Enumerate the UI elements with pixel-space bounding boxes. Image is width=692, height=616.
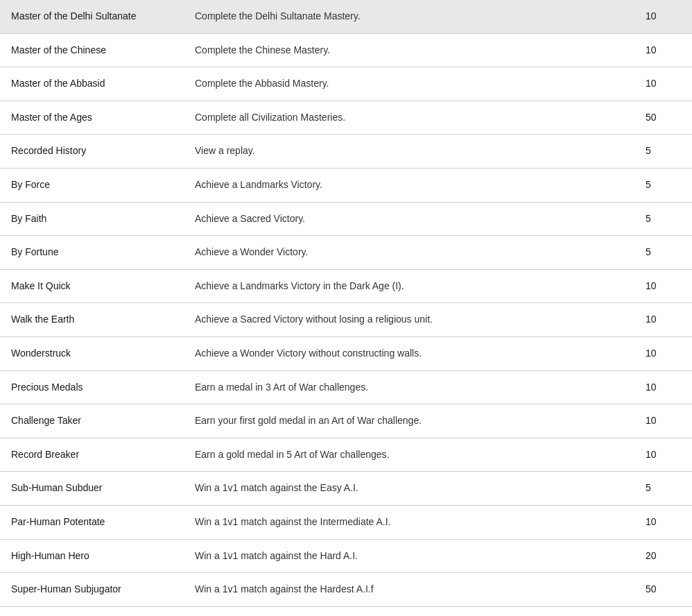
achievement-description: Achieve a Landmarks Victory. (184, 168, 634, 202)
achievement-description: Complete all Civilization Masteries. (184, 101, 634, 135)
achievement-description: Complete the Abbasid Mastery. (184, 67, 634, 101)
table-row: Master of the AbbasidComplete the Abbasi… (0, 67, 692, 101)
table-row: Walk the EarthAchieve a Sacred Victory w… (0, 303, 692, 337)
achievement-points: 5 (634, 202, 692, 236)
achievement-description: Achieve a Sacred Victory. (184, 202, 634, 236)
achievement-points: 10 (634, 303, 692, 337)
achievement-name: By Force (0, 168, 184, 202)
table-row: Sub-Human SubduerWin a 1v1 match against… (0, 472, 692, 506)
table-row: Master of the ChineseComplete the Chines… (0, 33, 692, 67)
achievement-name: Master of the Ages (0, 101, 184, 135)
achievement-name: Recorded History (0, 135, 184, 169)
table-row: High-Human HeroWin a 1v1 match against t… (0, 539, 692, 573)
achievement-name: By Faith (0, 202, 184, 236)
achievement-points: 10 (634, 33, 692, 67)
table-row: Record BreakerEarn a gold medal in 5 Art… (0, 438, 692, 472)
table-row: Make It QuickAchieve a Landmarks Victory… (0, 269, 692, 303)
achievement-points: 10 (634, 269, 692, 303)
achievement-description: Earn a gold medal in 5 Art of War challe… (184, 438, 634, 472)
table-row: Super-Human SubjugatorWin a 1v1 match ag… (0, 573, 692, 607)
achievement-description: Achieve a Wonder Victory. (184, 236, 634, 270)
table-row: Recorded HistoryView a replay.5 (0, 135, 692, 169)
table-row: Master of the Delhi SultanateComplete th… (0, 0, 692, 33)
achievement-description: Earn your first gold medal in an Art of … (184, 404, 634, 438)
achievement-points: 50 (634, 573, 692, 607)
achievements-table-container: Master of the Delhi SultanateComplete th… (0, 0, 692, 616)
achievement-points: 10 (634, 336, 692, 370)
achievement-description: Win a 1v1 match against the Intermediate… (184, 505, 634, 539)
achievement-description: Win a 1v1 match against the Easy A.I. (184, 472, 634, 506)
achievement-description: Earn a medal in 3 Art of War challenges. (184, 370, 634, 404)
achievement-points: 50 (634, 101, 692, 135)
table-row: By FortuneAchieve a Wonder Victory.5 (0, 236, 692, 270)
achievement-name: Master of the Delhi Sultanate (0, 0, 184, 33)
achievement-points: 10 (634, 404, 692, 438)
achievement-points: 10 (634, 67, 692, 101)
achievement-description: Complete the Chinese Mastery. (184, 33, 634, 67)
table-row: Par-Human PotentateWin a 1v1 match again… (0, 505, 692, 539)
achievement-description: Achieve a Sacred Victory without losing … (184, 303, 634, 337)
achievement-description: Complete the Delhi Sultanate Mastery. (184, 0, 634, 33)
achievement-points: 10 (634, 438, 692, 472)
achievement-name: High-Human Hero (0, 539, 184, 573)
achievement-description: Achieve a Landmarks Victory in the Dark … (184, 269, 634, 303)
achievement-name: Challenge Taker (0, 404, 184, 438)
table-row: By ForceAchieve a Landmarks Victory.5 (0, 168, 692, 202)
achievement-name: Precious Medals (0, 370, 184, 404)
achievement-name: By Fortune (0, 236, 184, 270)
achievement-points: 10 (634, 505, 692, 539)
table-row: By FaithAchieve a Sacred Victory.5 (0, 202, 692, 236)
achievement-points: 20 (634, 539, 692, 573)
achievement-points: 5 (634, 168, 692, 202)
achievement-points: 5 (634, 472, 692, 506)
table-row: Challenge TakerEarn your first gold meda… (0, 404, 692, 438)
achievement-description: View a replay. (184, 135, 634, 169)
achievement-name: Super-Human Subjugator (0, 573, 184, 607)
achievements-table: Master of the Delhi SultanateComplete th… (0, 0, 692, 607)
achievement-name: Sub-Human Subduer (0, 472, 184, 506)
achievement-name: Wonderstruck (0, 336, 184, 370)
table-row: Master of the AgesComplete all Civilizat… (0, 101, 692, 135)
achievement-description: Achieve a Wonder Victory without constru… (184, 336, 634, 370)
achievement-points: 5 (634, 236, 692, 270)
achievement-points: 10 (634, 0, 692, 33)
achievement-points: 10 (634, 370, 692, 404)
table-row: WonderstruckAchieve a Wonder Victory wit… (0, 336, 692, 370)
achievement-name: Make It Quick (0, 269, 184, 303)
achievement-name: Walk the Earth (0, 303, 184, 337)
achievement-name: Master of the Abbasid (0, 67, 184, 101)
table-row: Precious MedalsEarn a medal in 3 Art of … (0, 370, 692, 404)
achievement-description: Win a 1v1 match against the Hard A.I. (184, 539, 634, 573)
achievement-name: Par-Human Potentate (0, 505, 184, 539)
achievement-name: Master of the Chinese (0, 33, 184, 67)
achievement-points: 5 (634, 135, 692, 169)
achievement-name: Record Breaker (0, 438, 184, 472)
achievement-description: Win a 1v1 match against the Hardest A.I.… (184, 573, 634, 607)
